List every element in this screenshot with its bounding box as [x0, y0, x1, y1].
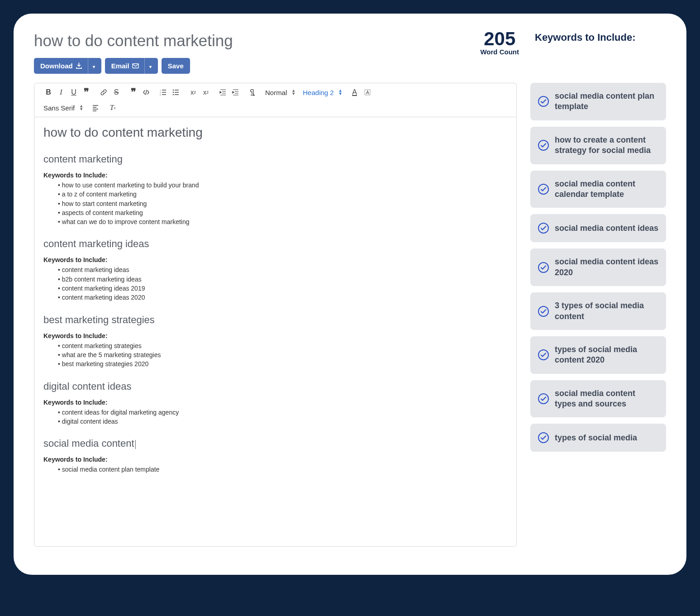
keyword-list: content marketing ideasb2b content marke…	[43, 265, 507, 302]
check-circle-icon	[538, 96, 549, 107]
keyword-item: b2b content marketing ideas	[58, 275, 507, 284]
section-heading: content marketing	[43, 153, 507, 165]
keyword-card-text: social media content ideas 2020	[555, 257, 659, 278]
keyword-card[interactable]: social media content calendar template	[530, 171, 666, 208]
keyword-item: content marketing ideas	[58, 265, 507, 274]
keywords-label: Keywords to Include:	[43, 172, 507, 179]
section-heading: best marketing strategies	[43, 314, 507, 326]
section-heading: social media content	[43, 438, 507, 449]
keyword-item: what can we do to improve content market…	[58, 217, 507, 226]
keyword-card[interactable]: types of social media content 2020	[530, 336, 666, 374]
quote-button[interactable]: ❞	[128, 87, 139, 98]
chevron-down-icon	[92, 62, 95, 70]
keyword-card[interactable]: social media content ideas 2020	[530, 248, 666, 286]
outdent-button[interactable]	[217, 87, 229, 98]
word-count-block: 205 Word Count	[480, 28, 519, 56]
keyword-card-text: social media content plan template	[555, 91, 659, 112]
highlight-color-button[interactable]: A	[362, 87, 373, 98]
app-frame: how to do content marketing Download Ema…	[14, 14, 686, 575]
code-block-button[interactable]	[140, 87, 152, 98]
keyword-item: content marketing ideas 2020	[58, 293, 507, 302]
keyword-card-text: types of social media content 2020	[555, 344, 659, 366]
download-label: Download	[40, 62, 73, 70]
keywords-label: Keywords to Include:	[43, 399, 507, 406]
document-title: how to do content marketing	[43, 125, 507, 140]
check-circle-icon	[538, 306, 549, 317]
keyword-card[interactable]: how to create a content strategy for soc…	[530, 127, 666, 164]
text-cursor	[135, 440, 136, 449]
keyword-list: content ideas for digital marketing agen…	[43, 408, 507, 426]
action-bar: Download Email Save	[34, 58, 480, 74]
keyword-card-text: social media content calendar template	[555, 179, 659, 200]
keyword-card[interactable]: social media content ideas	[530, 214, 666, 242]
document-sections: content marketingKeywords to Include:how…	[43, 153, 507, 474]
email-button[interactable]: Email	[105, 58, 158, 74]
heading-select-value: Heading 2	[303, 89, 333, 96]
blockquote-button[interactable]: ❞	[81, 87, 92, 98]
keyword-cards-list: social media content plan template how t…	[530, 83, 666, 452]
subscript-button[interactable]: x2	[187, 87, 199, 98]
clear-format-button[interactable]: Tx	[107, 102, 119, 113]
keyword-card-text: social media content ideas	[555, 223, 658, 234]
font-family-value: Sans Serif	[43, 104, 75, 112]
strikethrough-button[interactable]: S	[110, 87, 122, 98]
svg-point-6	[173, 94, 174, 96]
keyword-item: how to start content marketing	[58, 199, 507, 208]
check-circle-icon	[538, 262, 549, 273]
header-row: how to do content marketing Download Ema…	[34, 32, 666, 83]
keyword-item: content marketing strategies	[58, 341, 507, 350]
check-circle-icon	[538, 393, 549, 405]
keyword-list: content marketing strategieswhat are the…	[43, 341, 507, 369]
keyword-item: how to use content marketing to build yo…	[58, 181, 507, 190]
underline-button[interactable]: U	[68, 87, 80, 98]
align-button[interactable]	[90, 102, 101, 113]
text-direction-button[interactable]	[247, 87, 259, 98]
keyword-card[interactable]: types of social media	[530, 424, 666, 452]
save-label: Save	[168, 62, 184, 70]
check-circle-icon	[538, 222, 549, 234]
keywords-sidebar: social media content plan template how t…	[530, 83, 666, 458]
paragraph-style-value: Normal	[265, 89, 287, 96]
bold-button[interactable]: B	[43, 87, 54, 98]
link-button[interactable]	[98, 87, 110, 98]
keyword-item: social media content plan template	[58, 465, 507, 474]
font-family-select[interactable]: Sans Serif ▲▼	[40, 104, 87, 112]
check-circle-icon	[538, 183, 549, 195]
editor-column: B I U ❞ S ❞ 123 x2	[34, 83, 517, 547]
keyword-list: social media content plan template	[43, 465, 507, 474]
svg-text:A: A	[366, 90, 369, 95]
check-circle-icon	[538, 349, 549, 361]
editor-body[interactable]: how to do content marketing content mark…	[34, 117, 517, 547]
select-arrows-icon: ▲▼	[79, 105, 83, 111]
check-circle-icon	[538, 139, 549, 151]
sidebar-title: Keywords to Include:	[535, 32, 666, 43]
page-title: how to do content marketing	[34, 32, 480, 50]
text-color-button[interactable]: A	[349, 87, 361, 98]
envelope-icon	[132, 62, 139, 69]
keyword-item: aspects of content marketing	[58, 208, 507, 217]
keyword-item: a to z of content marketing	[58, 190, 507, 199]
paragraph-style-select[interactable]: Normal ▲▼	[262, 89, 299, 96]
heading-select[interactable]: Heading 2 ▲▼	[299, 89, 346, 96]
superscript-button[interactable]: x2	[200, 87, 212, 98]
download-icon	[76, 62, 82, 69]
keyword-list: how to use content marketing to build yo…	[43, 181, 507, 226]
keyword-card[interactable]: 3 types of social media content	[530, 292, 666, 330]
email-label: Email	[111, 62, 129, 70]
keyword-card[interactable]: social media content types and sources	[530, 380, 666, 418]
section-heading: digital content ideas	[43, 381, 507, 392]
keyword-item: content ideas for digital marketing agen…	[58, 408, 507, 417]
save-button[interactable]: Save	[162, 58, 190, 74]
svg-point-5	[173, 92, 174, 93]
keyword-card-text: types of social media	[555, 433, 637, 443]
keyword-card[interactable]: social media content plan template	[530, 83, 666, 120]
ordered-list-button[interactable]: 123	[157, 87, 169, 98]
unordered-list-button[interactable]	[170, 87, 182, 98]
italic-button[interactable]: I	[55, 87, 67, 98]
svg-point-4	[173, 90, 174, 91]
indent-button[interactable]	[230, 87, 242, 98]
download-button[interactable]: Download	[34, 58, 101, 74]
word-count-value: 205	[480, 28, 519, 50]
check-circle-icon	[538, 432, 549, 444]
word-count-label: Word Count	[480, 48, 519, 56]
